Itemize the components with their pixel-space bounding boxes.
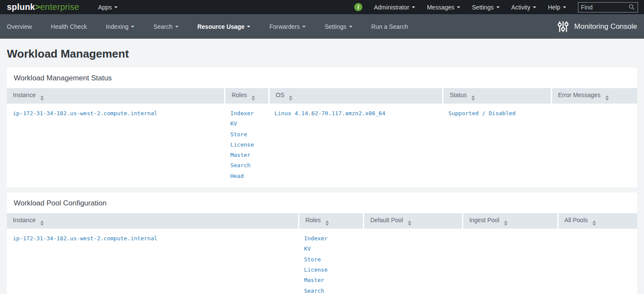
role-value: Master bbox=[230, 150, 265, 160]
column-header-os[interactable]: OS bbox=[268, 88, 442, 104]
status-panel-heading: Workload Management Status bbox=[7, 67, 637, 88]
chevron-down-icon bbox=[302, 26, 306, 28]
app-nav-bar: Overview Health Check Indexing Search Re… bbox=[0, 14, 644, 39]
role-value: Indexer bbox=[230, 108, 265, 119]
apps-menu-label: Apps bbox=[98, 4, 112, 11]
role-value: Master bbox=[304, 275, 359, 285]
column-label: Instance bbox=[13, 92, 36, 98]
chevron-down-icon bbox=[131, 26, 134, 28]
column-header-status[interactable]: Status bbox=[442, 88, 550, 104]
nav-label: Overview bbox=[7, 23, 32, 30]
administrator-menu-label: Administrator bbox=[374, 4, 409, 11]
cell-instance: ip-172-31-34-182.us-west-2.compute.inter… bbox=[7, 104, 224, 187]
role-value: Search bbox=[230, 160, 265, 171]
chevron-down-icon bbox=[175, 26, 179, 28]
nav-item-resource-usage[interactable]: Resource Usage bbox=[197, 23, 251, 30]
chevron-down-icon bbox=[533, 6, 536, 8]
info-icon[interactable]: i bbox=[354, 3, 362, 11]
workload-management-status-panel: Workload Management Status Instance Role… bbox=[7, 67, 637, 187]
nav-label: Run a Search bbox=[371, 23, 408, 30]
column-header-ingest-pool[interactable]: Ingest Pool bbox=[462, 213, 557, 229]
cell-roles: Indexer KV Store License Master Search H… bbox=[224, 104, 268, 187]
table-row: ip-172-31-34-182.us-west-2.compute.inter… bbox=[7, 104, 637, 187]
column-header-instance[interactable]: Instance bbox=[7, 88, 224, 104]
logo-product: enterprise bbox=[40, 2, 79, 12]
sort-icon bbox=[408, 220, 411, 226]
column-label: Error Messages bbox=[558, 92, 601, 98]
nav-label: Resource Usage bbox=[197, 23, 245, 30]
administrator-menu[interactable]: Administrator bbox=[374, 4, 415, 11]
column-header-default-pool[interactable]: Default Pool bbox=[363, 213, 462, 229]
column-header-instance[interactable]: Instance bbox=[7, 213, 298, 229]
column-label: Ingest Pool bbox=[469, 217, 499, 224]
column-header-all-pools[interactable]: All Pools bbox=[557, 213, 637, 229]
nav-item-overview[interactable]: Overview bbox=[7, 23, 32, 30]
nav-label: Search bbox=[153, 23, 172, 30]
chevron-down-icon bbox=[412, 6, 415, 8]
column-label: OS bbox=[276, 92, 284, 98]
column-header-roles[interactable]: Roles bbox=[224, 88, 268, 104]
nav-item-search[interactable]: Search bbox=[153, 23, 178, 30]
cell-default-pool bbox=[363, 229, 462, 294]
nav-label: Forwarders bbox=[269, 23, 300, 30]
find-search-box[interactable] bbox=[578, 2, 638, 12]
role-value: Head bbox=[230, 171, 265, 181]
page-title: Workload Management bbox=[7, 39, 637, 67]
column-header-error-messages[interactable]: Error Messages bbox=[551, 88, 637, 104]
sort-icon bbox=[592, 220, 596, 226]
sort-icon bbox=[504, 220, 507, 226]
status-table-header-row: Instance Roles OS Status bbox=[7, 88, 637, 104]
chevron-down-icon bbox=[114, 6, 118, 8]
topbar-right: i Administrator Messages Settings Activi… bbox=[354, 2, 644, 12]
cell-error-messages bbox=[551, 104, 637, 187]
sort-icon bbox=[40, 220, 44, 226]
pool-table: Instance Roles Default Pool Ingest Pool bbox=[7, 213, 637, 294]
sort-icon bbox=[40, 95, 44, 101]
logo-brand: splunk bbox=[7, 2, 35, 12]
chevron-down-icon bbox=[496, 6, 500, 8]
role-value: KV bbox=[304, 244, 359, 254]
logo-gt: > bbox=[35, 2, 40, 12]
sort-icon bbox=[605, 95, 609, 101]
column-label: Default Pool bbox=[370, 217, 403, 224]
sort-icon bbox=[252, 95, 255, 101]
settings-menu[interactable]: Settings bbox=[472, 4, 500, 11]
app-title: Monitoring Console bbox=[557, 20, 637, 33]
nav-label: Health Check bbox=[51, 23, 87, 30]
nav-item-forwarders[interactable]: Forwarders bbox=[269, 23, 306, 30]
page-content: Workload Management Workload Management … bbox=[0, 39, 644, 294]
cell-os: Linux 4.14.62-70.117.amzn2.x86_64 bbox=[268, 104, 442, 187]
role-value: Store bbox=[304, 254, 359, 265]
help-menu[interactable]: Help bbox=[548, 4, 566, 11]
sort-icon bbox=[471, 95, 475, 101]
activity-menu-label: Activity bbox=[511, 4, 530, 11]
nav-item-indexing[interactable]: Indexing bbox=[106, 23, 134, 30]
chevron-down-icon bbox=[457, 6, 460, 8]
app-title-label: Monitoring Console bbox=[574, 22, 637, 31]
role-value: Store bbox=[230, 129, 265, 140]
column-header-roles[interactable]: Roles bbox=[298, 213, 363, 229]
cell-instance: ip-172-31-34-182.us-west-2.compute.inter… bbox=[7, 229, 298, 294]
pool-table-header-row: Instance Roles Default Pool Ingest Pool bbox=[7, 213, 637, 229]
nav-item-health-check[interactable]: Health Check bbox=[51, 23, 87, 30]
sort-icon bbox=[325, 220, 329, 226]
chevron-down-icon bbox=[349, 26, 352, 28]
cell-roles: Indexer KV Store License Master Search H… bbox=[298, 229, 363, 294]
chevron-down-icon bbox=[247, 26, 250, 28]
activity-menu[interactable]: Activity bbox=[511, 4, 536, 11]
nav-label: Settings bbox=[325, 23, 346, 30]
search-icon bbox=[629, 4, 635, 10]
apps-menu[interactable]: Apps bbox=[98, 4, 118, 11]
column-label: Roles bbox=[231, 92, 247, 98]
find-input[interactable] bbox=[581, 4, 629, 11]
chevron-down-icon bbox=[563, 6, 566, 8]
role-value: License bbox=[304, 265, 359, 275]
messages-menu[interactable]: Messages bbox=[427, 4, 460, 11]
column-label: Roles bbox=[305, 217, 321, 224]
cell-all-pools bbox=[557, 229, 637, 294]
nav-item-settings[interactable]: Settings bbox=[325, 23, 352, 30]
splunk-logo[interactable]: splunk>enterprise bbox=[7, 2, 79, 12]
nav-item-run-a-search[interactable]: Run a Search bbox=[371, 23, 408, 30]
pool-panel-heading: Workload Pool Configuration bbox=[7, 193, 637, 213]
top-bar: splunk>enterprise Apps i Administrator M… bbox=[0, 0, 644, 14]
